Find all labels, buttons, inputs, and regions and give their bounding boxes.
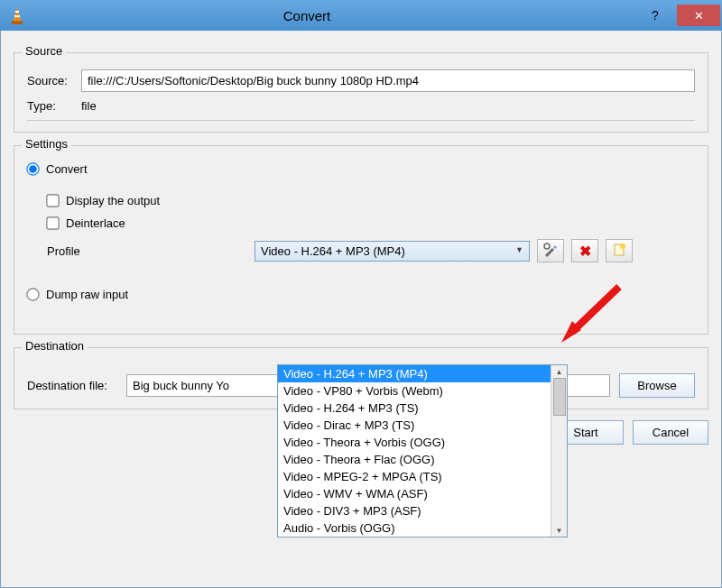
convert-radio-input[interactable] — [26, 162, 39, 175]
profile-option[interactable]: Video - Dirac + MP3 (TS) — [278, 417, 551, 434]
new-profile-button[interactable] — [606, 239, 633, 262]
deinterlace-label: Deinterlace — [66, 216, 125, 230]
divider — [27, 120, 695, 121]
profile-dropdown-list: Video - H.264 + MP3 (MP4) Video - VP80 +… — [278, 365, 551, 537]
delete-profile-button[interactable]: ✖ — [571, 239, 598, 262]
profile-option[interactable]: Audio - Vorbis (OGG) — [278, 519, 551, 537]
help-button[interactable]: ? — [634, 5, 677, 26]
dump-raw-label: Dump raw input — [46, 288, 128, 301]
profile-option[interactable]: Video - Theora + Flac (OGG) — [278, 451, 551, 468]
dump-raw-radio[interactable]: Dump raw input — [27, 288, 695, 301]
destination-file-label: Destination file: — [27, 379, 126, 392]
profile-combobox[interactable]: Video - H.264 + MP3 (MP4) — [255, 241, 530, 262]
settings-legend: Settings — [22, 137, 71, 151]
deinterlace-checkbox[interactable]: Deinterlace — [47, 216, 695, 230]
source-group: Source Source: Type: file — [14, 52, 708, 133]
profile-label: Profile — [47, 244, 255, 258]
type-label: Type: — [27, 99, 81, 113]
type-value: file — [81, 99, 97, 113]
delete-x-icon: ✖ — [579, 243, 591, 260]
display-output-checkbox[interactable]: Display the output — [47, 194, 695, 207]
scroll-down-arrow-icon[interactable]: ▼ — [551, 524, 567, 537]
edit-profile-button[interactable] — [537, 239, 564, 262]
vlc-cone-icon — [7, 5, 27, 25]
profile-option[interactable]: Video - MPEG-2 + MPGA (TS) — [278, 468, 551, 485]
source-input[interactable] — [81, 69, 695, 92]
profile-dropdown[interactable]: Video - H.264 + MP3 (MP4) Video - VP80 +… — [277, 364, 568, 537]
destination-legend: Destination — [22, 339, 88, 353]
new-file-icon — [612, 243, 626, 260]
tools-icon — [542, 242, 559, 261]
svg-rect-1 — [15, 11, 19, 13]
svg-marker-0 — [14, 7, 21, 22]
convert-radio-label: Convert — [46, 162, 88, 176]
deinterlace-input[interactable] — [46, 216, 59, 229]
dump-raw-input[interactable] — [26, 288, 39, 300]
profile-option[interactable]: Video - VP80 + Vorbis (Webm) — [278, 382, 551, 400]
svg-point-6 — [620, 243, 625, 249]
profile-option[interactable]: Video - H.264 + MP3 (TS) — [278, 400, 551, 417]
svg-rect-2 — [14, 15, 20, 17]
svg-point-3 — [11, 21, 23, 24]
cancel-button[interactable]: Cancel — [633, 420, 708, 445]
close-button[interactable]: ✕ — [677, 5, 720, 26]
display-output-label: Display the output — [66, 194, 160, 207]
source-legend: Source — [22, 44, 66, 58]
convert-radio[interactable]: Convert — [27, 162, 695, 176]
window-title: Convert — [0, 8, 634, 23]
profile-option[interactable]: Video - Theora + Vorbis (OGG) — [278, 434, 551, 451]
scroll-thumb[interactable] — [553, 378, 566, 416]
titlebar: Convert ? ✕ — [0, 0, 722, 31]
svg-point-4 — [544, 243, 550, 249]
display-output-input[interactable] — [46, 194, 59, 207]
profile-selected: Video - H.264 + MP3 (MP4) — [261, 244, 405, 258]
source-label: Source: — [27, 74, 81, 87]
profile-option[interactable]: Video - H.264 + MP3 (MP4) — [278, 365, 551, 382]
profile-option[interactable]: Video - DIV3 + MP3 (ASF) — [278, 502, 551, 519]
browse-button[interactable]: Browse — [619, 373, 695, 398]
dropdown-scrollbar[interactable]: ▲ ▼ — [551, 365, 567, 537]
profile-option[interactable]: Video - WMV + WMA (ASF) — [278, 485, 551, 502]
scroll-up-arrow-icon[interactable]: ▲ — [551, 365, 567, 378]
settings-group: Settings Convert Display the output Dein… — [14, 145, 708, 335]
